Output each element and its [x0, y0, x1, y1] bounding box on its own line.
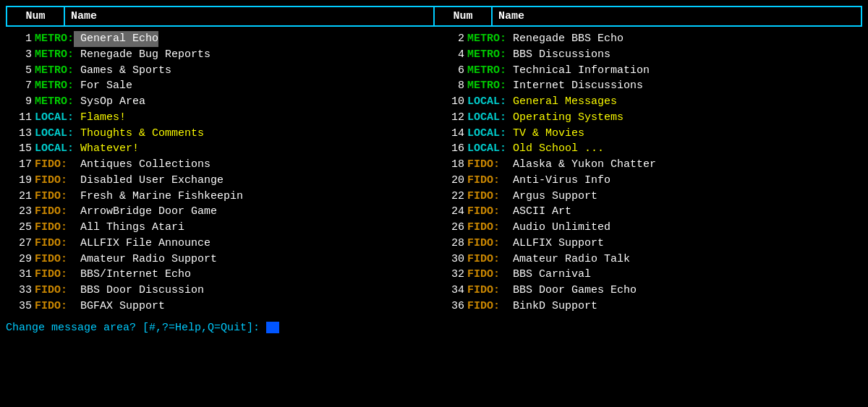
item-tag: FIDO:	[467, 299, 500, 314]
item-desc: Old School ...	[506, 141, 604, 157]
list-item[interactable]: 27FIDO: ALLFIX File Announce	[6, 236, 427, 252]
list-item[interactable]: 1METRO: General Echo	[6, 31, 427, 47]
item-num: 30	[438, 252, 464, 267]
item-num: 35	[6, 299, 32, 314]
item-desc: Amateur Radio Talk	[500, 252, 630, 267]
list-item[interactable]: 21FIDO: Fresh & Marine Fishkeepin	[6, 189, 427, 205]
item-num: 14	[438, 126, 464, 142]
item-num: 24	[438, 204, 464, 220]
input-cursor[interactable]	[266, 322, 279, 333]
left-column: 1METRO: General Echo3METRO: Renegade Bug…	[6, 31, 430, 314]
list-item[interactable]: 6METRO: Technical Information	[438, 63, 859, 79]
item-tag: METRO:	[35, 31, 74, 47]
list-item[interactable]: 10LOCAL: General Messages	[438, 94, 859, 110]
item-num: 16	[438, 141, 464, 157]
item-desc: Disabled User Exchange	[67, 173, 224, 189]
list-item[interactable]: 9METRO: SysOp Area	[6, 94, 427, 110]
item-num: 7	[6, 78, 32, 94]
item-tag: LOCAL:	[467, 126, 506, 142]
list-item[interactable]: 26FIDO: Audio Unlimited	[438, 220, 859, 236]
item-desc: BBS Carnival	[500, 267, 591, 283]
item-tag: FIDO:	[35, 267, 67, 283]
item-tag: FIDO:	[467, 236, 500, 252]
item-num: 6	[438, 63, 464, 79]
list-item[interactable]: 18FIDO: Alaska & Yukon Chatter	[438, 157, 859, 173]
item-tag: FIDO:	[467, 189, 500, 205]
list-item[interactable]: 3METRO: Renegade Bug Reports	[6, 47, 427, 63]
list-item[interactable]: 30FIDO: Amateur Radio Talk	[438, 252, 859, 267]
item-tag: FIDO:	[467, 173, 500, 189]
list-item[interactable]: 13LOCAL: Thoughts & Comments	[6, 126, 427, 142]
list-item[interactable]: 15LOCAL: Whatever!	[6, 141, 427, 157]
item-desc: TV & Movies	[506, 126, 584, 142]
item-tag: FIDO:	[35, 299, 67, 314]
item-tag: FIDO:	[35, 189, 67, 205]
item-num: 8	[438, 78, 464, 94]
list-item[interactable]: 16LOCAL: Old School ...	[438, 141, 859, 157]
item-desc: Audio Unlimited	[500, 220, 610, 236]
list-item[interactable]: 14LOCAL: TV & Movies	[438, 126, 859, 142]
item-desc: ArrowBridge Door Game	[67, 204, 217, 220]
list-item[interactable]: 29FIDO: Amateur Radio Support	[6, 252, 427, 267]
item-tag: LOCAL:	[467, 110, 506, 126]
item-num: 9	[6, 94, 32, 110]
item-tag: LOCAL:	[35, 126, 74, 142]
item-num: 18	[438, 157, 464, 173]
item-tag: METRO:	[467, 78, 506, 94]
list-item[interactable]: 22FIDO: Argus Support	[438, 189, 859, 205]
item-num: 26	[438, 220, 464, 236]
list-item[interactable]: 8METRO: Internet Discussions	[438, 78, 859, 94]
item-tag: FIDO:	[35, 220, 67, 236]
item-tag: METRO:	[35, 47, 74, 63]
footer-prompt: Change message area? [#,?=Help,Q=Quit]:	[6, 322, 862, 334]
list-item[interactable]: 25FIDO: All Things Atari	[6, 220, 427, 236]
list-item[interactable]: 4METRO: BBS Discussions	[438, 47, 859, 63]
list-item[interactable]: 33FIDO: BBS Door Discussion	[6, 283, 427, 299]
list-item[interactable]: 35FIDO: BGFAX Support	[6, 299, 427, 314]
item-desc: ASCII Art	[500, 204, 571, 220]
item-desc: General Messages	[506, 94, 617, 110]
list-item[interactable]: 36FIDO: BinkD Support	[438, 299, 859, 314]
list-item[interactable]: 2METRO: Renegade BBS Echo	[438, 31, 859, 47]
item-desc: Renegade BBS Echo	[506, 31, 624, 47]
item-desc: Whatever!	[74, 141, 139, 157]
list-item[interactable]: 20FIDO: Anti-Virus Info	[438, 173, 859, 189]
item-tag: FIDO:	[467, 157, 500, 173]
list-item[interactable]: 28FIDO: ALLFIX Support	[438, 236, 859, 252]
item-num: 13	[6, 126, 32, 142]
item-desc: Technical Information	[506, 63, 650, 79]
item-desc: Antiques Collections	[67, 157, 210, 173]
item-desc: Amateur Radio Support	[67, 252, 217, 267]
item-tag: METRO:	[35, 94, 74, 110]
list-item[interactable]: 34FIDO: BBS Door Games Echo	[438, 283, 859, 299]
list-item[interactable]: 19FIDO: Disabled User Exchange	[6, 173, 427, 189]
item-num: 20	[438, 173, 464, 189]
item-tag: FIDO:	[467, 267, 500, 283]
list-item[interactable]: 7METRO: For Sale	[6, 78, 427, 94]
item-desc: BGFAX Support	[67, 299, 165, 314]
item-num: 28	[438, 236, 464, 252]
item-num: 33	[6, 283, 32, 299]
list-item[interactable]: 17FIDO: Antiques Collections	[6, 157, 427, 173]
item-num: 36	[438, 299, 464, 314]
item-desc: SysOp Area	[74, 94, 145, 110]
item-num: 2	[438, 31, 464, 47]
list-item[interactable]: 32FIDO: BBS Carnival	[438, 267, 859, 283]
list-item[interactable]: 23FIDO: ArrowBridge Door Game	[6, 204, 427, 220]
list-item[interactable]: 31FIDO: BBS/Internet Echo	[6, 267, 427, 283]
list-item[interactable]: 24FIDO: ASCII Art	[438, 204, 859, 220]
item-tag: METRO:	[467, 31, 506, 47]
item-num: 31	[6, 267, 32, 283]
item-num: 29	[6, 252, 32, 267]
item-tag: FIDO:	[467, 220, 500, 236]
item-num: 23	[6, 204, 32, 220]
item-num: 3	[6, 47, 32, 63]
list-item[interactable]: 11LOCAL: Flames!	[6, 110, 427, 126]
item-desc: ALLFIX Support	[500, 236, 604, 252]
item-tag: FIDO:	[35, 236, 67, 252]
item-num: 12	[438, 110, 464, 126]
item-tag: METRO:	[35, 63, 74, 79]
item-desc: BBS Door Discussion	[67, 283, 204, 299]
list-item[interactable]: 5METRO: Games & Sports	[6, 63, 427, 79]
list-item[interactable]: 12LOCAL: Operating Systems	[438, 110, 859, 126]
